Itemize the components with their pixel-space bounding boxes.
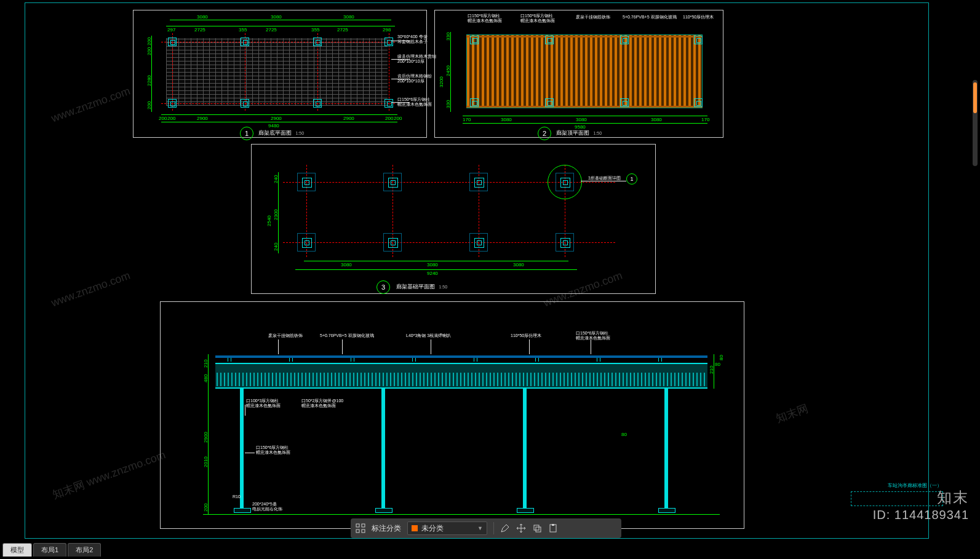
brand-watermark: 知末 [937, 488, 969, 507]
post-base [375, 508, 392, 513]
dim-line [161, 122, 397, 122]
svg-rect-3 [362, 529, 365, 533]
leader [591, 339, 591, 354]
dim: 2900 [203, 432, 209, 443]
edit-icon[interactable] [500, 523, 510, 533]
drawing-canvas[interactable]: www.znzmo.com www.znzmo.com 知末网 www.znzm… [0, 0, 980, 541]
svg-rect-0 [356, 524, 359, 527]
view-balloon-1: 1 [240, 127, 253, 140]
brick-hatch [166, 38, 388, 106]
annotation: 口150*6厚方钢柱帽意漆木色氨饰面 [256, 445, 290, 456]
balloon-num: 2 [543, 130, 546, 137]
detail-balloon: 1 [626, 173, 637, 184]
view-title-1: 廊架底平面图 1:50 [258, 129, 304, 137]
dim: 2900 [197, 116, 208, 121]
category-dropdown[interactable]: 未分类 ▼ [407, 521, 487, 535]
svg-rect-1 [362, 524, 365, 527]
dim-line [170, 20, 391, 20]
dim: 3080 [576, 117, 587, 122]
move-icon[interactable] [516, 523, 526, 533]
toolbar-label: 标注分类 [372, 523, 401, 534]
roof-bracket [597, 358, 600, 362]
column [313, 38, 322, 46]
column [545, 98, 554, 107]
post [240, 389, 244, 509]
balloon-num: 3 [381, 283, 385, 291]
dim: 3080 [271, 14, 282, 20]
leader [581, 181, 626, 181]
post [523, 389, 527, 509]
dim: 3080 [513, 262, 524, 268]
category-swatch [412, 525, 418, 531]
dim: 200 [146, 47, 152, 55]
footing [469, 173, 488, 191]
footing [297, 173, 316, 191]
view-scale: 1:50 [296, 131, 305, 135]
annotation: 5+0.76PVB+5 双膜钢化玻璃 [623, 15, 677, 20]
footing [297, 233, 316, 252]
annotation: R10 [233, 494, 241, 499]
sheet-title: 车站沟亭廊标准图（一） [888, 482, 942, 489]
annotation: 200*240*5基电损光能石化饰 [252, 502, 282, 512]
grid-icon[interactable] [356, 523, 365, 533]
dim: 3080 [343, 14, 354, 20]
dim-line [161, 114, 397, 115]
dim: 2280 [146, 75, 152, 86]
post-base [517, 508, 534, 513]
dim: 2900 [271, 116, 282, 121]
roof-bracket [535, 358, 539, 362]
annotation: 废泉干挂钢筋铁饰 [576, 15, 610, 20]
annotation: 口100*3厚方钢柱帽意漆木色氨饰面 [246, 398, 281, 409]
dim: 80 [621, 432, 627, 437]
tab-label: 布局2 [76, 546, 93, 553]
roof-bracket [412, 358, 416, 362]
leader [245, 405, 245, 416]
column [241, 99, 249, 108]
balloon-num: 1 [245, 130, 249, 137]
category-text: 未分类 [421, 523, 444, 534]
dim: 200 [146, 38, 152, 46]
annotation: 齿后仿理木格钢纷200*100*10厚 [397, 74, 432, 84]
dim: 3080 [341, 262, 352, 268]
annotation: 废泉干挂钢筋铁饰 [268, 333, 303, 338]
beam-webs [217, 373, 706, 386]
dim: 200 [394, 116, 402, 121]
leader [529, 339, 530, 354]
tab-layout2[interactable]: 布局2 [68, 543, 101, 557]
dim: 2725 [266, 27, 277, 33]
roof-bracket [289, 358, 293, 362]
roof-slats [466, 34, 703, 108]
leader [431, 339, 431, 354]
footing [556, 233, 574, 252]
dim: 480 [203, 375, 209, 383]
dim: 240 [273, 175, 279, 183]
dim: 80 [719, 355, 724, 360]
post-base [658, 508, 675, 513]
dim: 297 [167, 27, 175, 33]
column [470, 36, 479, 44]
roof-bracket [351, 358, 354, 362]
scrollbar[interactable] [973, 80, 978, 166]
tab-layout1[interactable]: 布局1 [33, 543, 66, 557]
post [664, 389, 668, 509]
dim-line [463, 123, 707, 124]
ground-line [203, 514, 720, 515]
dim: 210 [203, 360, 209, 368]
dim: 2010 [203, 456, 209, 467]
view-scale: 1:50 [439, 285, 448, 289]
copy-icon[interactable] [532, 523, 542, 533]
annotation: 110*50厚仿理木 [511, 333, 541, 338]
dim-line [295, 269, 577, 270]
column [620, 98, 629, 107]
chevron-down-icon: ▼ [477, 525, 483, 531]
annotation: 口150*6厚方钢柱帽意漆木色氨饰面 [576, 331, 610, 341]
dim: 170 [463, 117, 471, 122]
id-label: ID: 1144189341 [873, 508, 969, 522]
column [384, 38, 393, 46]
tab-model[interactable]: 模型 [2, 543, 32, 557]
dim: 3200 [439, 76, 444, 87]
column [241, 38, 249, 46]
paste-icon[interactable] [548, 523, 558, 533]
dim: 2450 [445, 65, 451, 76]
annotation: 缘县仿理木格木贵细200*100*10厚 [397, 54, 436, 65]
